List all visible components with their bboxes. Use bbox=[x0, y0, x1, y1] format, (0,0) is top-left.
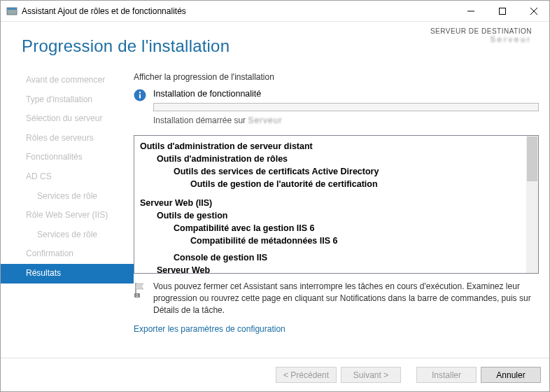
status-title: Installation de fonctionnalité bbox=[153, 89, 539, 99]
wizard-body: Avant de commencerType d'installationSél… bbox=[1, 71, 549, 358]
destination-label: SERVEUR DE DESTINATION bbox=[430, 27, 532, 35]
close-button[interactable] bbox=[518, 1, 549, 21]
minimize-button[interactable] bbox=[455, 1, 486, 21]
cancel-button[interactable]: Annuler bbox=[481, 367, 541, 383]
previous-button[interactable]: < Précédent bbox=[276, 367, 337, 383]
sidebar-step: Avant de commencer bbox=[1, 71, 134, 90]
info-icon bbox=[134, 89, 146, 102]
app-icon bbox=[6, 6, 17, 17]
feature-tree-row: Compatibilité avec la gestion IIS 6 bbox=[140, 222, 521, 234]
sidebar-step: AD CS bbox=[1, 167, 134, 187]
wizard-sidebar: Avant de commencerType d'installationSél… bbox=[1, 71, 134, 358]
feature-tree-row: Outils d'administration de rôles bbox=[140, 153, 521, 165]
page-title: Progression de l'installation bbox=[22, 36, 230, 56]
install-button[interactable]: Installer bbox=[416, 367, 477, 383]
feature-tree-row: Serveur Web (IIS) bbox=[140, 197, 521, 209]
scrollbar-thumb[interactable] bbox=[527, 136, 537, 181]
progress-caption: Afficher la progression de l'installatio… bbox=[134, 72, 539, 82]
titlebar: Assistant Ajout de rôles et de fonctionn… bbox=[1, 1, 549, 22]
destination-server: Serveur bbox=[430, 35, 532, 43]
feature-tree-row: Outils de gestion de l'autorité de certi… bbox=[140, 178, 521, 190]
feature-tree-row: Outils d'administration de serveur dista… bbox=[140, 140, 521, 153]
svg-point-8 bbox=[139, 92, 141, 93]
export-settings-link[interactable]: Exporter les paramètres de configuration bbox=[134, 324, 539, 334]
window-title: Assistant Ajout de rôles et de fonctionn… bbox=[22, 6, 455, 16]
wizard-header: Progression de l'installation SERVEUR DE… bbox=[1, 22, 549, 71]
next-button[interactable]: Suivant > bbox=[341, 367, 401, 383]
sidebar-step: Résultats bbox=[1, 264, 134, 284]
note-text: Vous pouvez fermer cet Assistant sans in… bbox=[153, 281, 539, 316]
flag-icon: 1 bbox=[134, 282, 146, 298]
feature-tree: Outils d'administration de serveur dista… bbox=[134, 135, 539, 274]
feature-tree-row: Outils des services de certificats Activ… bbox=[140, 165, 521, 178]
feature-tree-row: Serveur Web bbox=[140, 264, 521, 273]
sidebar-step: Type d'installation bbox=[1, 90, 134, 110]
status-row: Installation de fonctionnalité Installat… bbox=[134, 89, 539, 125]
svg-rect-1 bbox=[7, 8, 17, 10]
status-subtitle: Installation démarrée sur Serveur bbox=[153, 115, 539, 125]
sidebar-step: Sélection du serveur bbox=[1, 109, 134, 129]
sidebar-step: Services de rôle bbox=[1, 225, 134, 245]
feature-tree-viewport[interactable]: Outils d'administration de serveur dista… bbox=[134, 136, 526, 273]
feature-tree-row: Outils de gestion bbox=[140, 209, 521, 222]
window-controls bbox=[455, 1, 549, 21]
sidebar-step: Fonctionnalités bbox=[1, 148, 134, 167]
maximize-button[interactable] bbox=[486, 1, 518, 21]
svg-rect-3 bbox=[499, 8, 505, 14]
feature-tree-row: Compatibilité de métadonnées IIS 6 bbox=[140, 234, 521, 247]
progress-bar bbox=[153, 103, 539, 111]
wizard-window: Assistant Ajout de rôles et de fonctionn… bbox=[0, 0, 550, 392]
sidebar-step: Confirmation bbox=[1, 244, 134, 264]
svg-rect-7 bbox=[139, 94, 141, 99]
destination-block: SERVEUR DE DESTINATION Serveur bbox=[430, 27, 532, 43]
sidebar-step: Services de rôle bbox=[1, 187, 134, 206]
wizard-content: Afficher la progression de l'installatio… bbox=[134, 71, 549, 358]
scrollbar[interactable] bbox=[526, 136, 538, 273]
status-sub-prefix: Installation démarrée sur bbox=[153, 115, 248, 125]
note-row: 1 Vous pouvez fermer cet Assistant sans … bbox=[134, 281, 539, 316]
status-column: Installation de fonctionnalité Installat… bbox=[153, 89, 539, 125]
sidebar-step: Rôle Web Server (IIS) bbox=[1, 206, 134, 225]
feature-tree-row: Console de gestion IIS bbox=[140, 251, 521, 264]
wizard-footer: < Précédent Suivant > Installer Annuler bbox=[1, 358, 549, 391]
sidebar-step: Rôles de serveurs bbox=[1, 129, 134, 148]
status-sub-server: Serveur bbox=[248, 115, 282, 125]
